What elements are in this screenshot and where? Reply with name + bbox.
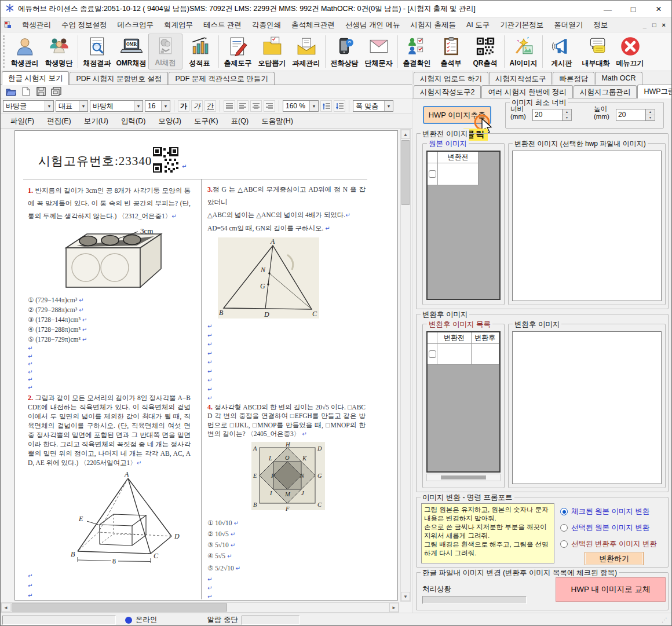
menu-class-info[interactable]: 수업 정보설정	[56, 19, 112, 32]
spin-up-icon[interactable]: ▲	[646, 109, 655, 115]
toolbar-board-button[interactable]: 게시판	[545, 34, 579, 69]
open-file-button[interactable]	[5, 86, 17, 97]
toolbar-exam-tools-button[interactable]: 출제도구	[221, 34, 255, 69]
hwp-menu-edit[interactable]: 편집(E)	[41, 115, 78, 128]
tab-exam-author-tool2[interactable]: 시험지작성도구2	[414, 85, 481, 98]
toolbar-qr-attendance-button[interactable]: QR출석	[468, 34, 502, 69]
toolbar-attendance-check-button[interactable]: 출결확인	[400, 34, 434, 69]
toolbar-phone-consult-button[interactable]: 전화상담	[327, 34, 361, 69]
menu-print[interactable]: 각종인쇄	[247, 19, 286, 32]
exam-document-page[interactable]: 시험고유번호:23340 ↵ 1. 반지름의 길이가 3cm인 공 8개가 사각…	[14, 130, 398, 601]
font-size-combo[interactable]: 16▼	[145, 100, 170, 112]
align-center-button[interactable]	[250, 100, 262, 112]
menu-accounting[interactable]: 회계업무	[159, 19, 198, 32]
toolbar-grading-result-button[interactable]: 채점결과	[80, 34, 114, 69]
toolbar-homework-button[interactable]: 과제관리	[289, 34, 323, 69]
menu-ai-tools[interactable]: AI 도구	[461, 19, 495, 32]
radio-convert-selected-after[interactable]: 선택된 변환후 이미지 변환	[560, 539, 657, 549]
new-document-button[interactable]	[20, 86, 32, 97]
horizontal-scroll-thumb[interactable]	[12, 603, 227, 612]
hwp-menu-shape[interactable]: 모양(J)	[152, 115, 188, 128]
align-right-button[interactable]	[264, 100, 275, 112]
menu-desk-work[interactable]: 데스크업무	[112, 19, 159, 32]
toolbar-menu-off-button[interactable]: 메뉴끄기	[613, 34, 647, 69]
row-checkbox[interactable]	[429, 350, 436, 358]
source-image-table[interactable]: 변환전	[426, 151, 501, 300]
hwp-menu-file[interactable]: 파일(F)	[4, 115, 41, 128]
bold-button[interactable]: 가	[178, 100, 189, 112]
hwp-menu-input[interactable]: 입력(D)	[115, 115, 152, 128]
convert-button[interactable]: 변환하기	[585, 552, 644, 565]
font-combo[interactable]: 바탕체▼	[90, 100, 143, 112]
spin-up-icon[interactable]: ▲	[563, 109, 571, 115]
toolbar-attendance-book-button[interactable]: 출석부	[434, 34, 468, 69]
after-image-cell[interactable]	[472, 344, 499, 365]
hwp-menu-tools[interactable]: 도구(K)	[188, 115, 225, 128]
menu-attendance[interactable]: 출석체크관련	[286, 19, 340, 32]
align-justify-button[interactable]	[224, 100, 235, 112]
menu-org-info[interactable]: 기관기본정보	[495, 19, 549, 32]
toolbar-internal-chat-button[interactable]: 내부대화	[579, 34, 613, 69]
menu-exam-tools[interactable]: 시험지 출제들	[405, 19, 461, 32]
tab-hwp-exam-view[interactable]: 한글 시험지 보기	[2, 71, 69, 85]
tab-quick-answer[interactable]: 빠른정답	[553, 72, 594, 85]
rep-combo[interactable]: 대표▼	[56, 100, 88, 112]
min-width-spinner[interactable]: 20 ▲▼	[532, 109, 572, 121]
style-combo[interactable]: 바탕글▼	[3, 100, 54, 112]
toolbar-drag-handle[interactable]	[3, 35, 6, 68]
maximize-button[interactable]: □	[620, 1, 646, 17]
menu-student-manage[interactable]: 학생관리	[17, 19, 56, 32]
hwp-menu-table[interactable]: 표(Q)	[225, 115, 255, 128]
toolbar-wrong-answer-button[interactable]: 오답뽑기	[255, 34, 289, 69]
scroll-left-arrow[interactable]: ◄	[1, 603, 10, 612]
table-row[interactable]	[428, 344, 499, 365]
line-spacing-decrease-button[interactable]	[334, 100, 345, 112]
tab-hwp-image-convert[interactable]: HWP그림변환	[637, 85, 672, 98]
tab-pdf-objective[interactable]: PDF 문제 객관식으로 만들기	[169, 72, 274, 85]
minimize-button[interactable]: —	[595, 1, 620, 17]
after-preview-canvas[interactable]	[512, 331, 662, 484]
menu-test[interactable]: 테스트 관련	[198, 19, 247, 32]
replace-hwp-image-button[interactable]: HWP 내 이미지로 교체	[556, 577, 666, 602]
document-horizontal-scrollbar[interactable]: ◄ ►	[1, 602, 399, 613]
before-image-cell[interactable]	[438, 163, 479, 185]
radio-convert-selected-source[interactable]: 선택된 원본 이미지 변환	[560, 523, 649, 533]
underline-button[interactable]: 간	[204, 100, 216, 112]
vertical-scroll-thumb[interactable]	[401, 140, 410, 205]
scroll-right-arrow[interactable]: ►	[389, 603, 399, 612]
save-button[interactable]	[35, 86, 47, 97]
tab-exam-upload[interactable]: 시험지 업로드 하기	[414, 72, 488, 85]
after-table-hscrollbar[interactable]	[426, 474, 501, 481]
zoom-combo[interactable]: 160 %▼	[283, 100, 319, 112]
toolbar-omr-grading-button[interactable]: OMR OMR채점	[114, 34, 148, 69]
spin-down-icon[interactable]: ▼	[563, 115, 571, 121]
fit-width-combo[interactable]: 폭 맞춤▼	[353, 100, 393, 112]
menu-info[interactable]: 정보	[588, 19, 613, 32]
table-row[interactable]	[428, 163, 499, 185]
document-vertical-scrollbar[interactable]: ▲ ▼	[400, 129, 411, 602]
tab-pdf-numbering[interactable]: PDF 시험지 문항번호 설정	[70, 72, 168, 85]
mdi-document-icon[interactable]	[4, 20, 12, 30]
hwp-menu-view[interactable]: 보기(U)	[78, 115, 115, 128]
save-all-button[interactable]	[50, 86, 62, 97]
toolbar-student-manage-button[interactable]: 학생관리	[8, 34, 42, 69]
scroll-up-arrow[interactable]: ▲	[401, 130, 410, 139]
tab-exam-group-manage[interactable]: 시험지그룹관리	[574, 85, 637, 98]
mdi-close-button[interactable]: ×	[662, 21, 666, 28]
tab-multi-exam-organize[interactable]: 여러 시험지 한번에 정리	[481, 85, 572, 98]
hwp-menu-help[interactable]: 도움말(H)	[255, 115, 300, 128]
toolbar-group-sms-button[interactable]: 단체문자	[361, 34, 396, 69]
before-preview-canvas[interactable]	[512, 151, 662, 301]
close-button[interactable]: ×	[646, 1, 671, 17]
line-spacing-increase-button[interactable]	[320, 100, 332, 112]
row-checkbox[interactable]	[429, 170, 436, 178]
after-image-table[interactable]: 변환전 변환후	[426, 331, 501, 473]
align-left-button[interactable]	[237, 100, 249, 112]
before-image-cell[interactable]	[437, 344, 471, 365]
menu-open-folder[interactable]: 폴더열기	[549, 19, 588, 32]
radio-convert-checked-source[interactable]: 체크된 원본 이미지 변환	[560, 507, 649, 517]
after-table-scroll-thumb[interactable]	[441, 475, 486, 479]
tab-exam-author-tool[interactable]: 시험지작성도구	[489, 72, 553, 85]
tab-math-ocr[interactable]: Math OCR	[595, 72, 642, 85]
resize-grip[interactable]: ⋰	[662, 617, 668, 623]
